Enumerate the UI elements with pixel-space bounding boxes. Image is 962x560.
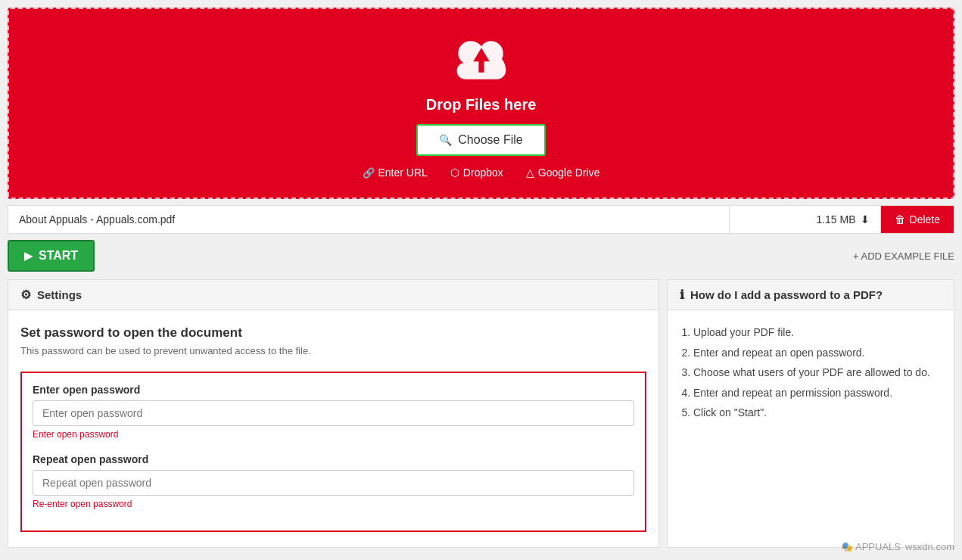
- open-password-input[interactable]: [33, 400, 634, 426]
- settings-icon: [20, 288, 31, 302]
- info-steps: Upload your PDF file.Enter and repeat an…: [680, 322, 942, 423]
- play-icon: [24, 249, 33, 263]
- cloud-upload-icon: [447, 32, 515, 89]
- download-icon[interactable]: [861, 213, 870, 226]
- enter-url-link[interactable]: Enter URL: [363, 166, 428, 179]
- delete-button[interactable]: Delete: [881, 206, 954, 233]
- open-password-error: Enter open password: [33, 429, 634, 440]
- file-size: 1.15 MB: [730, 206, 881, 233]
- source-links: Enter URL Dropbox Google Drive: [24, 166, 938, 179]
- repeat-password-label: Repeat open password: [33, 453, 634, 465]
- drop-zone[interactable]: Drop Files here Choose File Enter URL Dr…: [8, 8, 954, 199]
- add-example-link[interactable]: + ADD EXAMPLE FILE: [853, 250, 954, 262]
- watermark-text: 🎭 APPUALS: [841, 541, 901, 552]
- watermark: 🎭 APPUALS wsxdn.com: [841, 541, 954, 552]
- settings-body: Set password to open the document This p…: [8, 310, 658, 547]
- info-step: Click on "Start".: [693, 403, 942, 423]
- repeat-password-error: Re-enter open password: [33, 499, 634, 509]
- repeat-password-input[interactable]: [33, 470, 634, 496]
- open-password-group: Enter open password Enter open password: [33, 384, 634, 440]
- info-body: Upload your PDF file.Enter and repeat an…: [668, 310, 954, 435]
- info-header: How do I add a password to a PDF?: [668, 280, 954, 310]
- settings-panel: Settings Set password to open the docume…: [8, 279, 659, 548]
- dropbox-icon: [450, 166, 459, 179]
- start-button[interactable]: START: [8, 240, 95, 272]
- watermark-site: wsxdn.com: [905, 541, 954, 552]
- settings-title: Set password to open the document: [20, 325, 646, 341]
- link-icon: [363, 166, 375, 179]
- info-panel: How do I add a password to a PDF? Upload…: [667, 279, 954, 548]
- drop-text: Drop Files here: [24, 96, 938, 114]
- trash-icon: [895, 213, 905, 226]
- action-row: START + ADD EXAMPLE FILE: [8, 240, 954, 272]
- password-section: Enter open password Enter open password …: [20, 372, 646, 532]
- gdrive-icon: [526, 166, 534, 179]
- google-drive-link[interactable]: Google Drive: [526, 166, 600, 179]
- file-name: About Appuals - Appuals.com.pdf: [8, 206, 730, 233]
- content-area: Settings Set password to open the docume…: [8, 279, 954, 548]
- settings-header: Settings: [8, 280, 658, 310]
- settings-description: This password can be used to prevent unw…: [20, 345, 646, 356]
- info-icon: [680, 288, 684, 302]
- open-password-label: Enter open password: [33, 384, 634, 396]
- file-row: About Appuals - Appuals.com.pdf 1.15 MB …: [8, 205, 954, 234]
- info-step: Choose what users of your PDF are allowe…: [693, 362, 942, 383]
- repeat-password-group: Repeat open password Re-enter open passw…: [33, 453, 634, 509]
- choose-file-button[interactable]: Choose File: [416, 124, 545, 156]
- info-step: Upload your PDF file.: [693, 322, 942, 343]
- info-step: Enter and repeat an permission password.: [693, 383, 942, 403]
- info-step: Enter and repeat an open password.: [693, 343, 942, 363]
- search-icon: [439, 133, 452, 147]
- dropbox-link[interactable]: Dropbox: [450, 166, 503, 179]
